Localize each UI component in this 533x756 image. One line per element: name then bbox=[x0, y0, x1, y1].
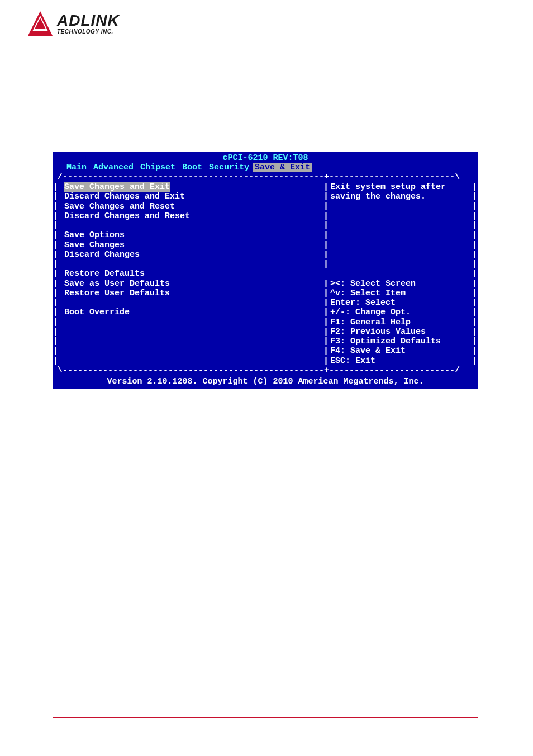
bios-setup-screen: cPCI-6210 REV:T08 Main Advanced Chipset … bbox=[53, 152, 478, 389]
hint-previous-values: F2: Previous Values bbox=[330, 327, 426, 337]
bios-title: cPCI-6210 REV:T08 bbox=[53, 152, 478, 163]
page-footer-line bbox=[53, 717, 478, 718]
label-boot-override: Boot Override bbox=[64, 308, 130, 317]
tab-save-exit[interactable]: Save & Exit bbox=[253, 163, 312, 172]
option-save-changes-reset[interactable]: Save Changes and Reset bbox=[64, 202, 175, 211]
logo-sub-text: TECHNOLOGY INC. bbox=[57, 29, 120, 35]
option-discard-changes[interactable]: Discard Changes bbox=[64, 250, 140, 259]
tab-advanced[interactable]: Advanced bbox=[90, 163, 137, 172]
option-discard-changes-exit[interactable]: Discard Changes and Exit bbox=[64, 192, 185, 201]
tab-boot[interactable]: Boot bbox=[179, 163, 206, 172]
option-discard-changes-reset[interactable]: Discard Changes and Reset bbox=[64, 211, 190, 221]
help-line-1: Exit system setup after bbox=[330, 182, 446, 192]
logo-main-text: ADLINK bbox=[57, 13, 120, 29]
logo-triangle-icon bbox=[28, 11, 53, 36]
tab-chipset[interactable]: Chipset bbox=[137, 163, 179, 172]
bios-footer: Version 2.10.1208. Copyright (C) 2010 Am… bbox=[53, 376, 478, 389]
option-restore-user-defaults[interactable]: Restore User Defaults bbox=[64, 289, 170, 298]
hint-select-item: ^v: Select Item bbox=[330, 289, 406, 298]
hint-change-opt: +/-: Change Opt. bbox=[330, 308, 411, 317]
hint-select-screen: ><: Select Screen bbox=[330, 279, 416, 289]
adlink-logo: ADLINK TECHNOLOGY INC. bbox=[28, 11, 120, 36]
hint-save-exit: F4: Save & Exit bbox=[330, 346, 406, 356]
label-save-options: Save Options bbox=[64, 230, 125, 240]
top-border: /---------------------------------------… bbox=[53, 172, 478, 182]
hint-enter-select: Enter: Select bbox=[330, 298, 396, 308]
tab-security[interactable]: Security bbox=[206, 163, 253, 172]
hint-general-help: F1: General Help bbox=[330, 318, 411, 327]
bios-menu-bar: Main Advanced Chipset Boot Security Save… bbox=[53, 163, 478, 172]
option-save-changes-exit[interactable]: Save Changes and Exit bbox=[64, 182, 170, 192]
help-line-2: saving the changes. bbox=[330, 192, 426, 201]
option-restore-defaults[interactable]: Restore Defaults bbox=[64, 269, 145, 278]
logo-text: ADLINK TECHNOLOGY INC. bbox=[57, 13, 120, 35]
hint-optimized-defaults: F3: Optimized Defaults bbox=[330, 337, 441, 346]
hint-esc-exit: ESC: Exit bbox=[330, 356, 375, 366]
tab-main[interactable]: Main bbox=[63, 163, 90, 172]
option-save-changes[interactable]: Save Changes bbox=[64, 240, 125, 250]
bottom-border: \---------------------------------------… bbox=[53, 366, 478, 376]
option-save-user-defaults[interactable]: Save as User Defaults bbox=[64, 279, 170, 289]
